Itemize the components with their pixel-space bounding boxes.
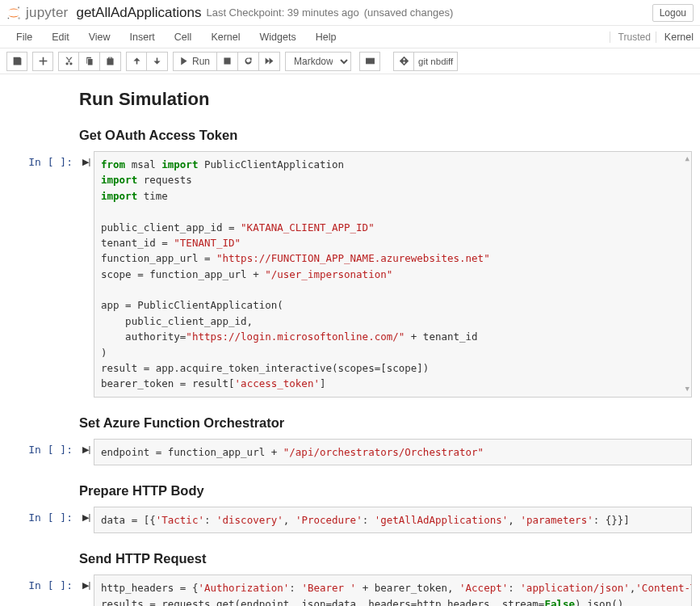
run-button[interactable]: Run <box>173 52 217 71</box>
kernel-indicator[interactable]: Kernel <box>656 32 694 43</box>
jupyter-icon <box>5 4 23 22</box>
menu-kernel[interactable]: Kernel <box>201 28 249 46</box>
code-cell-oauth[interactable]: In [ ]: ▶| ▲from msal import PublicClien… <box>0 151 700 398</box>
menu-view[interactable]: View <box>79 28 120 46</box>
code-cell-body[interactable]: In [ ]: ▶| data = [{'Tactic': 'discovery… <box>0 507 700 533</box>
run-cell-icon[interactable]: ▶| <box>79 151 94 398</box>
save-button[interactable] <box>6 52 27 71</box>
toolbar: Run Markdown git nbdiff <box>0 48 700 74</box>
insert-cell-button[interactable] <box>32 52 53 71</box>
move-up-button[interactable] <box>126 52 147 71</box>
cut-button[interactable] <box>58 52 79 71</box>
jupyter-logo-text: jupyter <box>26 5 68 21</box>
menu-file[interactable]: File <box>6 28 42 46</box>
cell-prompt: In [ ]: <box>0 507 79 533</box>
svg-rect-10 <box>370 60 371 61</box>
stop-icon <box>222 56 233 66</box>
menu-insert[interactable]: Insert <box>120 28 165 46</box>
menu-cell[interactable]: Cell <box>165 28 202 46</box>
heading-orchestrator: Set Azure Function Orchestrator <box>79 415 700 431</box>
svg-rect-7 <box>366 58 374 64</box>
svg-rect-9 <box>368 60 369 61</box>
notebook-name[interactable]: getAllAdApplications <box>76 5 201 21</box>
code-cell-request[interactable]: In [ ]: ▶| http_headers = {'Authorizatio… <box>0 574 700 606</box>
scroll-down-icon[interactable]: ▼ <box>685 384 690 395</box>
cut-icon <box>64 56 74 66</box>
menu-edit[interactable]: Edit <box>42 28 79 46</box>
copy-button[interactable] <box>79 52 100 71</box>
svg-rect-12 <box>368 61 372 62</box>
svg-point-0 <box>18 6 19 8</box>
svg-rect-11 <box>371 60 372 61</box>
command-palette-button[interactable] <box>359 52 380 71</box>
run-cell-icon[interactable]: ▶| <box>79 507 94 533</box>
interrupt-button[interactable] <box>217 52 238 71</box>
svg-point-1 <box>8 17 10 19</box>
jupyter-logo[interactable]: jupyter <box>5 4 68 22</box>
code-cell-orchestrator[interactable]: In [ ]: ▶| endpoint = function_app_url +… <box>0 439 700 465</box>
arrow-up-icon <box>132 56 142 66</box>
checkpoint-text: Last Checkpoint: 39 minutes ago <box>206 6 358 19</box>
run-cell-icon[interactable]: ▶| <box>79 439 94 465</box>
restart-run-all-button[interactable] <box>259 52 280 71</box>
run-cell-icon[interactable]: ▶| <box>79 574 94 606</box>
move-down-button[interactable] <box>147 52 168 71</box>
menu-help[interactable]: Help <box>306 28 346 46</box>
save-icon <box>12 56 23 66</box>
code-input-body[interactable]: data = [{'Tactic': 'discovery', 'Procedu… <box>94 507 692 533</box>
svg-rect-4 <box>224 57 230 64</box>
copy-icon <box>84 56 94 66</box>
menubar: File Edit View Insert Cell Kernel Widget… <box>0 26 700 48</box>
fast-forward-icon <box>264 56 275 66</box>
arrow-down-icon <box>152 56 162 66</box>
unsaved-text: (unsaved changes) <box>364 6 454 19</box>
menu-widgets[interactable]: Widgets <box>250 28 306 46</box>
svg-point-2 <box>18 17 20 19</box>
code-input-oauth[interactable]: ▲from msal import PublicClientApplicatio… <box>94 151 692 398</box>
svg-marker-5 <box>266 57 270 64</box>
git-icon <box>399 56 409 66</box>
notebook-container: Run Simulation Get OAuth Access Token In… <box>0 74 700 606</box>
cell-prompt: In [ ]: <box>0 151 79 398</box>
cell-prompt: In [ ]: <box>0 574 79 606</box>
plus-icon <box>38 56 48 66</box>
restart-icon <box>243 56 254 66</box>
heading-oauth: Get OAuth Access Token <box>79 128 700 143</box>
paste-icon <box>105 56 115 66</box>
cell-prompt: In [ ]: <box>0 439 79 465</box>
play-icon <box>178 56 189 66</box>
svg-marker-3 <box>181 57 187 65</box>
heading-request: Send HTTP Request <box>79 551 700 566</box>
restart-button[interactable] <box>238 52 259 71</box>
run-label: Run <box>192 56 210 67</box>
heading-run-simulation: Run Simulation <box>79 89 700 110</box>
paste-button[interactable] <box>100 52 121 71</box>
trusted-indicator[interactable]: Trusted <box>610 32 651 43</box>
keyboard-icon <box>365 56 375 66</box>
git-nbdiff-button[interactable]: git nbdiff <box>414 52 458 71</box>
logout-button[interactable]: Logou <box>652 4 694 22</box>
git-button[interactable] <box>393 52 414 71</box>
code-input-request[interactable]: http_headers = {'Authorization': 'Bearer… <box>94 574 692 606</box>
svg-marker-6 <box>270 57 274 64</box>
notebook-header: jupyter getAllAdApplications Last Checkp… <box>0 0 700 26</box>
heading-body: Prepare HTTP Body <box>79 483 700 499</box>
svg-rect-8 <box>367 60 368 61</box>
scroll-up-icon[interactable]: ▲ <box>685 154 690 165</box>
celltype-select[interactable]: Markdown <box>285 52 351 71</box>
code-input-orchestrator[interactable]: endpoint = function_app_url + "/api/orch… <box>94 439 692 465</box>
